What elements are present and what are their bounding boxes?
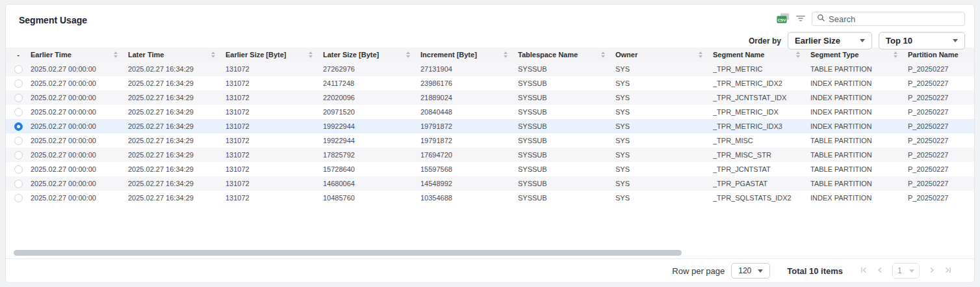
table-cell: 2025.02.27 16:34:29 bbox=[128, 122, 226, 130]
table-cell: SYSSUB bbox=[518, 180, 615, 187]
panel-footer: Row per page 120 Total 10 items bbox=[6, 258, 974, 282]
column-header-earlier-size-byte[interactable]: Earlier Size [Byte] bbox=[226, 51, 323, 59]
next-page-button[interactable] bbox=[929, 266, 935, 276]
last-page-icon bbox=[944, 266, 952, 276]
row-radio[interactable] bbox=[14, 122, 23, 131]
table-cell: 2025.02.27 00:00:00 bbox=[31, 122, 128, 130]
table-cell: SYS bbox=[615, 79, 713, 87]
table-cell: 2025.02.27 00:00:00 bbox=[31, 79, 128, 87]
table-cell: 2025.02.27 00:00:00 bbox=[31, 165, 128, 173]
row-radio[interactable] bbox=[14, 94, 23, 102]
row-per-page-select[interactable]: 120 bbox=[731, 263, 770, 279]
column-header-owner[interactable]: Owner bbox=[615, 51, 713, 59]
table-cell: 17694720 bbox=[420, 151, 518, 159]
chevron-down-icon bbox=[909, 269, 914, 273]
sort-icon[interactable] bbox=[211, 51, 215, 58]
sort-icon[interactable] bbox=[699, 51, 703, 58]
row-radio[interactable] bbox=[14, 165, 23, 174]
row-radio[interactable] bbox=[14, 151, 23, 159]
row-select-cell bbox=[6, 194, 31, 202]
page-number-value: 1 bbox=[897, 266, 902, 275]
search-input[interactable] bbox=[829, 14, 960, 24]
table-cell: TABLE PARTITION bbox=[810, 65, 908, 73]
sort-icon[interactable] bbox=[114, 51, 118, 58]
sort-icon[interactable] bbox=[504, 51, 508, 58]
table-row[interactable]: 2025.02.27 00:00:002025.02.27 16:34:2913… bbox=[6, 176, 974, 191]
column-header-segment-name[interactable]: Segment Name bbox=[713, 51, 810, 59]
sort-icon[interactable] bbox=[796, 51, 800, 58]
table-cell: SYSSUB bbox=[518, 194, 615, 202]
sort-icon[interactable] bbox=[309, 51, 313, 58]
column-header-later-size-byte[interactable]: Later Size [Byte] bbox=[323, 51, 420, 59]
horizontal-scrollbar[interactable] bbox=[14, 249, 966, 256]
segment-table: -Earlier TimeLater TimeEarlier Size [Byt… bbox=[6, 48, 974, 205]
prev-page-button[interactable] bbox=[877, 266, 883, 276]
table-cell: 131072 bbox=[226, 65, 323, 73]
chevron-left-icon bbox=[877, 266, 883, 276]
table-cell: 2025.02.27 16:34:29 bbox=[128, 79, 226, 87]
filter-button[interactable] bbox=[795, 14, 806, 24]
table-row[interactable]: 2025.02.27 00:00:002025.02.27 16:34:2913… bbox=[6, 191, 974, 205]
column-header-earlier-time[interactable]: Earlier Time bbox=[31, 51, 128, 59]
row-radio[interactable] bbox=[14, 194, 23, 202]
search-box[interactable] bbox=[812, 12, 965, 26]
pagination: 1 bbox=[860, 263, 952, 279]
table-cell: P_20250227 bbox=[908, 151, 974, 159]
scrollbar-thumb[interactable] bbox=[14, 250, 682, 256]
order-by-label: Order by bbox=[749, 36, 781, 46]
table-row[interactable]: 2025.02.27 00:00:002025.02.27 16:34:2913… bbox=[6, 119, 974, 133]
column-header-later-time[interactable]: Later Time bbox=[128, 51, 226, 59]
column-header-partition-name[interactable]: Partition Name bbox=[908, 51, 974, 59]
table-row[interactable]: 2025.02.27 00:00:002025.02.27 16:34:2913… bbox=[6, 76, 974, 90]
table-cell: SYSSUB bbox=[518, 165, 615, 173]
column-header-segment-type[interactable]: Segment Type bbox=[810, 51, 908, 59]
table-row[interactable]: 2025.02.27 00:00:002025.02.27 16:34:2913… bbox=[6, 133, 974, 148]
table-cell: SYSSUB bbox=[518, 65, 615, 73]
table-cell: _TPR_METRIC_IDX3 bbox=[713, 122, 810, 130]
sort-icon[interactable] bbox=[894, 51, 897, 58]
first-page-button[interactable] bbox=[860, 266, 868, 276]
sort-icon[interactable] bbox=[601, 51, 605, 58]
table-cell: P_20250227 bbox=[908, 180, 974, 187]
csv-export-button[interactable]: CSV bbox=[777, 13, 790, 25]
table-cell: SYS bbox=[615, 137, 713, 144]
table-cell: P_20250227 bbox=[908, 65, 974, 73]
table-cell: 2025.02.27 00:00:00 bbox=[31, 151, 128, 159]
table-row[interactable]: 2025.02.27 00:00:002025.02.27 16:34:2913… bbox=[6, 62, 974, 76]
table-row[interactable]: 2025.02.27 00:00:002025.02.27 16:34:2913… bbox=[6, 90, 974, 105]
table-row[interactable]: 2025.02.27 00:00:002025.02.27 16:34:2913… bbox=[6, 148, 974, 162]
row-radio[interactable] bbox=[14, 65, 23, 74]
table-cell: 23986176 bbox=[420, 79, 518, 87]
last-page-button[interactable] bbox=[944, 266, 952, 276]
table-cell: 2025.02.27 16:34:29 bbox=[128, 194, 226, 202]
row-radio[interactable] bbox=[14, 108, 23, 116]
table-cell: P_20250227 bbox=[908, 137, 974, 144]
table-row[interactable]: 2025.02.27 00:00:002025.02.27 16:34:2913… bbox=[6, 105, 974, 119]
sort-icon[interactable] bbox=[406, 51, 410, 58]
table-cell: P_20250227 bbox=[908, 79, 974, 87]
row-select-cell bbox=[6, 94, 31, 102]
page-title: Segment Usage bbox=[19, 15, 87, 25]
table-cell: 2025.02.27 16:34:29 bbox=[128, 108, 226, 116]
top-n-value: Top 10 bbox=[886, 36, 912, 46]
row-select-cell bbox=[6, 137, 31, 145]
table-cell: 131072 bbox=[226, 108, 323, 116]
column-header-tablespace-name[interactable]: Tablespace Name bbox=[518, 51, 615, 59]
order-by-select[interactable]: Earlier Size bbox=[788, 32, 872, 49]
column-header-increment-byte[interactable]: Increment [Byte] bbox=[420, 51, 518, 59]
row-radio[interactable] bbox=[14, 137, 23, 145]
table-cell: P_20250227 bbox=[908, 194, 974, 202]
row-radio[interactable] bbox=[14, 180, 23, 188]
table-cell: 20971520 bbox=[323, 108, 420, 116]
top-n-select[interactable]: Top 10 bbox=[879, 32, 965, 49]
table-cell: P_20250227 bbox=[908, 108, 974, 116]
table-cell: _TPR_JCNTSTAT bbox=[713, 165, 810, 173]
table-empty-area bbox=[6, 205, 974, 249]
table-cell: SYSSUB bbox=[518, 122, 615, 130]
table-cell: 131072 bbox=[226, 165, 323, 173]
csv-export-icon: CSV bbox=[777, 13, 790, 25]
table-row[interactable]: 2025.02.27 00:00:002025.02.27 16:34:2913… bbox=[6, 162, 974, 176]
row-radio[interactable] bbox=[14, 79, 23, 88]
row-select-cell bbox=[6, 122, 31, 131]
page-number-select[interactable]: 1 bbox=[892, 263, 920, 279]
